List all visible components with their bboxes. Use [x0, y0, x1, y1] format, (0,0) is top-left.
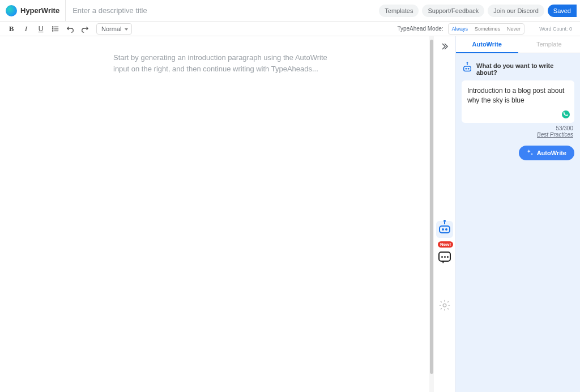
- join-discord-button[interactable]: Join our Discord: [488, 5, 544, 17]
- document-title-input[interactable]: [66, 6, 379, 15]
- autowrite-prompt-heading: What do you want to write about?: [476, 62, 574, 76]
- gear-icon: [438, 299, 451, 312]
- bot-icon: [444, 222, 445, 224]
- editor-scrollbar[interactable]: [429, 36, 434, 392]
- chat-icon: [438, 252, 451, 262]
- italic-button[interactable]: I: [19, 23, 33, 35]
- svg-point-4: [52, 28, 53, 29]
- support-feedback-button[interactable]: Support/Feedback: [422, 5, 484, 17]
- autowrite-input[interactable]: Introduction to a blog post about why th…: [462, 80, 574, 123]
- new-badge: New!: [438, 241, 453, 248]
- autowrite-dock-button[interactable]: [436, 221, 453, 238]
- chevron-double-right-icon: [440, 42, 449, 51]
- redo-button[interactable]: [78, 23, 92, 35]
- brand-name: HyperWrite: [20, 6, 59, 15]
- templates-button[interactable]: Templates: [379, 5, 419, 17]
- underline-icon: U: [39, 25, 44, 33]
- bold-icon: B: [9, 24, 14, 33]
- svg-point-5: [52, 30, 53, 31]
- autowrite-button[interactable]: AutoWrite: [519, 146, 574, 160]
- format-select[interactable]: Normal: [96, 23, 132, 35]
- typeahead-always[interactable]: Always: [450, 25, 471, 33]
- scrollbar-thumb[interactable]: [430, 40, 433, 374]
- undo-icon: [66, 25, 74, 33]
- list-icon: [52, 25, 59, 33]
- italic-icon: I: [25, 24, 27, 33]
- editor-placeholder: Start by generating an introduction para…: [113, 52, 329, 75]
- logo-icon: [6, 5, 17, 16]
- best-practices-link[interactable]: Best Practices: [537, 131, 573, 138]
- tab-template[interactable]: Template: [518, 36, 581, 53]
- svg-point-6: [443, 304, 446, 307]
- logo[interactable]: HyperWrite: [6, 0, 66, 21]
- bot-icon: [463, 66, 471, 72]
- char-counter: 53/300: [556, 125, 573, 131]
- settings-dock-button[interactable]: [436, 297, 453, 314]
- undo-button[interactable]: [63, 23, 77, 35]
- typeahead-never[interactable]: Never: [505, 25, 523, 33]
- typeahead-mode-label: TypeAhead Mode:: [397, 25, 443, 32]
- saved-status[interactable]: Saved: [548, 5, 577, 17]
- list-button[interactable]: [49, 23, 62, 35]
- magic-icon: [527, 150, 534, 156]
- typeahead-mode-group: Always Sometimes Never: [448, 23, 525, 35]
- chat-dock-button[interactable]: New!: [436, 248, 453, 265]
- collapse-panel-button[interactable]: [437, 40, 453, 53]
- typeahead-sometimes[interactable]: Sometimes: [472, 25, 502, 33]
- autowrite-button-label: AutoWrite: [537, 150, 566, 156]
- tab-autowrite[interactable]: AutoWrite: [456, 36, 518, 53]
- svg-point-3: [52, 26, 53, 27]
- word-count: Word Count: 0: [539, 26, 572, 32]
- editor-area[interactable]: Start by generating an introduction para…: [0, 36, 434, 392]
- underline-button[interactable]: U: [34, 23, 48, 35]
- grammarly-icon: [562, 110, 570, 118]
- redo-icon: [81, 25, 89, 33]
- bold-button[interactable]: B: [5, 23, 18, 35]
